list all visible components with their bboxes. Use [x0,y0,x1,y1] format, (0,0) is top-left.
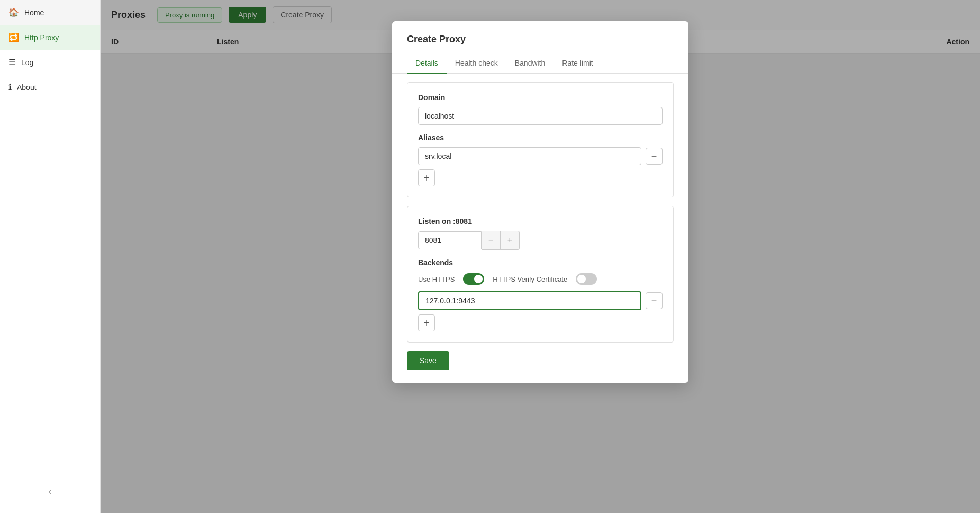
modal-overlay: Create Proxy Details Health check Bandwi… [101,0,980,513]
save-button[interactable]: Save [407,351,449,370]
sidebar: 🏠 Home 🔁 Http Proxy ☰ Log ℹ About ‹ [0,0,101,513]
use-https-label: Use HTTPS [418,275,455,283]
domain-label: Domain [418,93,663,102]
sidebar-item-about[interactable]: ℹ About [0,75,100,100]
https-verify-slider [576,273,597,285]
sidebar-item-label: Http Proxy [24,33,59,42]
tab-rate-limit[interactable]: Rate limit [553,53,601,74]
alias-row: − [418,147,663,165]
home-icon: 🏠 [8,7,19,17]
port-increment-button[interactable]: + [501,231,520,250]
aliases-label: Aliases [418,133,663,142]
listen-label: Listen on :8081 [418,217,663,226]
sidebar-item-http-proxy[interactable]: 🔁 Http Proxy [0,25,100,50]
port-input[interactable] [418,231,482,249]
sidebar-item-home[interactable]: 🏠 Home [0,0,100,25]
remove-backend-button[interactable]: − [646,292,663,309]
modal-tabs: Details Health check Bandwith Rate limit [392,53,688,74]
port-row: − + [418,231,663,250]
sidebar-item-log[interactable]: ☰ Log [0,50,100,75]
collapse-icon: ‹ [49,486,52,497]
http-proxy-icon: 🔁 [8,32,19,42]
sidebar-collapse-button[interactable]: ‹ [0,481,100,502]
domain-input[interactable] [418,107,663,125]
sidebar-item-label: About [17,83,37,92]
toggle-row: Use HTTPS HTTPS Verify Certificate [418,273,663,285]
add-alias-button[interactable]: + [418,169,435,186]
modal-header: Create Proxy [392,21,688,45]
remove-alias-button[interactable]: − [646,148,663,165]
port-decrement-button[interactable]: − [482,231,501,250]
listen-section: Listen on :8081 − + Backends Use HTTPS [407,206,674,343]
modal-title: Create Proxy [407,34,674,45]
create-proxy-modal: Create Proxy Details Health check Bandwi… [392,21,688,383]
https-verify-toggle[interactable] [576,273,597,285]
backends-label: Backends [418,258,663,267]
backend-input[interactable] [418,291,641,310]
https-verify-label: HTTPS Verify Certificate [493,275,567,283]
about-icon: ℹ [8,82,12,92]
use-https-toggle[interactable] [463,273,484,285]
use-https-slider [463,273,484,285]
tab-health-check[interactable]: Health check [447,53,506,74]
backend-row: − [418,291,663,310]
modal-body: Domain Aliases − + Listen on :8081 − [392,82,688,383]
sidebar-item-label: Log [21,58,33,67]
log-icon: ☰ [8,57,16,67]
domain-section: Domain Aliases − + [407,82,674,197]
add-backend-button[interactable]: + [418,314,435,331]
main-content: Proxies Proxy is running Apply Create Pr… [101,0,980,513]
tab-bandwith[interactable]: Bandwith [506,53,554,74]
alias-input[interactable] [418,147,641,165]
sidebar-item-label: Home [24,8,44,17]
tab-details[interactable]: Details [407,53,447,74]
